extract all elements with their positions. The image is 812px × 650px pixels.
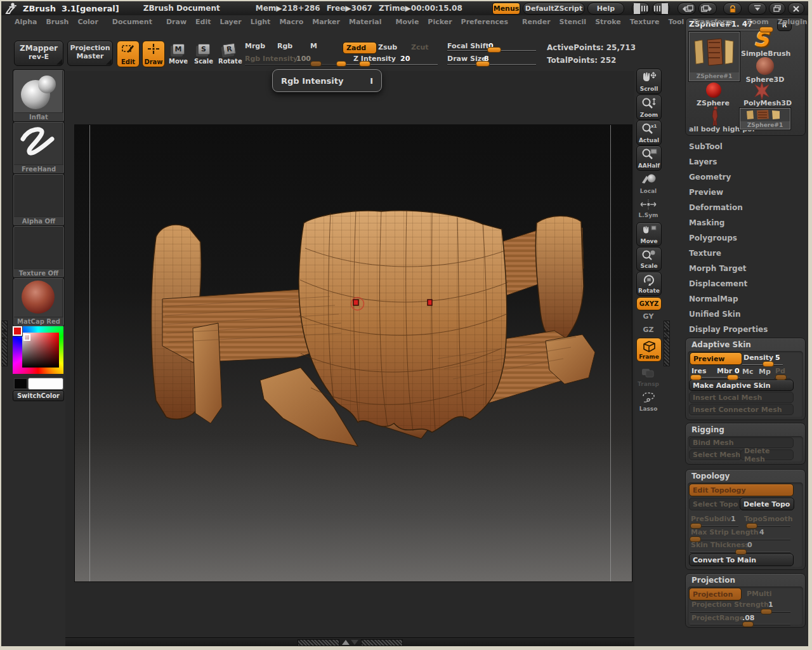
rgb-toggle[interactable]: Rgb [277,42,292,50]
max-strip-length-handle[interactable] [690,536,701,542]
m-toggle[interactable]: M [310,42,317,50]
prev-document-button[interactable] [678,3,696,15]
menu-movie[interactable]: Movie [395,18,419,29]
menu-tool[interactable]: Tool [668,18,684,29]
palette-geometry[interactable]: Geometry [689,173,802,184]
z-intensity-slider[interactable] [336,64,438,65]
projection-header[interactable]: Projection [691,576,735,585]
shelf-local-button[interactable]: Local [636,173,660,194]
projection-strength-handle[interactable] [761,609,772,614]
secondary-color-swatch[interactable] [14,378,27,389]
focal-shift-handle[interactable] [487,47,501,53]
mrgb-toggle[interactable]: Mrgb [245,42,265,50]
density-handle[interactable] [763,361,774,367]
shelf-actual-button[interactable]: x1 Actual [636,120,662,145]
scroll-up-icon[interactable] [342,640,350,645]
scale-mode-button[interactable]: S Scale [193,41,214,66]
delete-mesh-button[interactable]: Delete Mesh [740,449,794,460]
scrollbar-grip-left[interactable] [298,639,339,646]
transp-button[interactable]: Transp [636,367,660,388]
right-tray-divider[interactable] [664,321,670,366]
menu-alpha[interactable]: Alpha [15,18,37,29]
restore-window-button[interactable] [769,3,785,15]
polymesh3d-tool-icon[interactable] [752,81,771,100]
current-tool-thumbnail[interactable]: ZSphere#1 [689,32,740,81]
menu-render[interactable]: Render [522,18,551,29]
presubdiv-handle[interactable] [690,523,702,529]
projection-master-button[interactable]: Projection Master [67,41,113,66]
shelf-scale-button[interactable]: Scale [636,247,662,271]
insert-local-mesh-button[interactable]: Insert Local Mesh [689,392,794,403]
menu-light[interactable]: Light [251,18,271,29]
scrollbar-grip-right[interactable] [361,639,403,646]
left-tray-divider[interactable] [1,321,8,366]
edit-topology-button[interactable]: Edit Topology [689,484,794,496]
shelf-aahalf-button[interactable]: AAHalf [636,145,662,171]
menu-zplugin[interactable]: Zplugin [778,18,808,29]
palette-morph-target[interactable]: Morph Target [689,264,802,275]
shelf-lsym-button[interactable]: L.Sym [636,199,660,221]
rgb-intensity-handle[interactable] [310,61,322,67]
frame-button[interactable]: Frame [636,338,662,362]
projectrange-slider[interactable] [690,624,790,625]
projection-strength-slider[interactable] [690,611,790,612]
make-adaptive-skin-button[interactable]: Make Adaptive Skin [689,380,794,391]
projectrange-handle[interactable] [742,621,754,627]
shelf-zoom-button[interactable]: Zoom [636,95,662,120]
canvas-bottom-scrollbar[interactable] [65,637,634,647]
menu-color[interactable]: Color [77,18,98,29]
select-mesh-button[interactable]: Select Mesh [689,449,742,460]
texture-picker[interactable]: Texture Off [13,226,64,278]
zsphere1-tool-slot[interactable]: ZSphere#1 [740,108,790,129]
palette-display-properties[interactable]: Display Properties [689,325,802,336]
draw-size-handle[interactable] [476,61,490,67]
mc-toggle[interactable]: Mc [742,368,753,376]
shelf-move-button[interactable]: Move [636,222,662,246]
default-zscript-button[interactable]: DefaultZScript [523,3,585,15]
pmulti-toggle[interactable]: PMulti [747,590,772,598]
stroke-picker[interactable]: FreeHand [13,122,64,174]
zmapper-button[interactable]: ZMapper rev-E [14,41,63,66]
palette-displacement[interactable]: Displacement [689,279,802,291]
edit-mode-button[interactable]: Edit [117,41,140,67]
menu-preferences[interactable]: Preferences [461,18,508,29]
close-window-button[interactable] [788,3,804,15]
material-picker[interactable]: MatCap Red Wa [13,278,64,326]
move-mode-button[interactable]: M Move [167,41,189,66]
skin-thickness-handle[interactable] [735,549,747,555]
menu-draw[interactable]: Draw [166,18,187,29]
palette-layers[interactable]: Layers [689,157,802,169]
zadd-button[interactable]: Zadd [343,42,377,54]
palette-normalmap[interactable]: NormalMap [689,295,802,306]
menu-macro[interactable]: Macro [279,18,303,29]
sphere3d-tool-icon[interactable] [756,57,774,75]
menu-brush[interactable]: Brush [46,18,69,29]
rigging-header[interactable]: Rigging [691,425,724,434]
menu-edit[interactable]: Edit [195,18,211,29]
shelf-rotate-button[interactable]: Rotate [636,272,662,296]
scroll-right-button[interactable] [652,3,670,15]
color-picker-hue-ring[interactable] [13,326,63,374]
z-intensity-handle-cap[interactable] [336,61,346,67]
scroll-left-button[interactable] [632,3,650,15]
adaptive-skin-header[interactable]: Adaptive Skin [691,340,751,349]
help-button[interactable]: Help [587,3,624,15]
menu-material[interactable]: Material [349,18,381,29]
primary-color-bar[interactable] [28,378,63,390]
insert-connector-mesh-button[interactable]: Insert Connector Mesh [689,404,794,415]
toposmooth-handle[interactable] [746,523,757,529]
convert-to-main-button[interactable]: Convert To Main [689,554,794,566]
menu-marker[interactable]: Marker [312,18,340,29]
mbr-handle[interactable] [727,375,738,380]
menu-texture[interactable]: Texture [630,18,660,29]
gy-button[interactable]: GY [636,312,660,324]
projection-toggle-button[interactable]: Projection [689,588,742,600]
delete-topo-button[interactable]: Delete Topo [740,498,794,510]
next-document-button[interactable] [698,3,717,15]
draw-mode-button[interactable]: Draw [142,41,165,67]
select-topo-button[interactable]: Select Topo [689,498,742,510]
document-canvas[interactable] [74,124,632,582]
switch-color-button[interactable]: SwitchColor [13,390,64,401]
menu-picker[interactable]: Picker [428,18,452,29]
palette-texture[interactable]: Texture [689,249,802,260]
